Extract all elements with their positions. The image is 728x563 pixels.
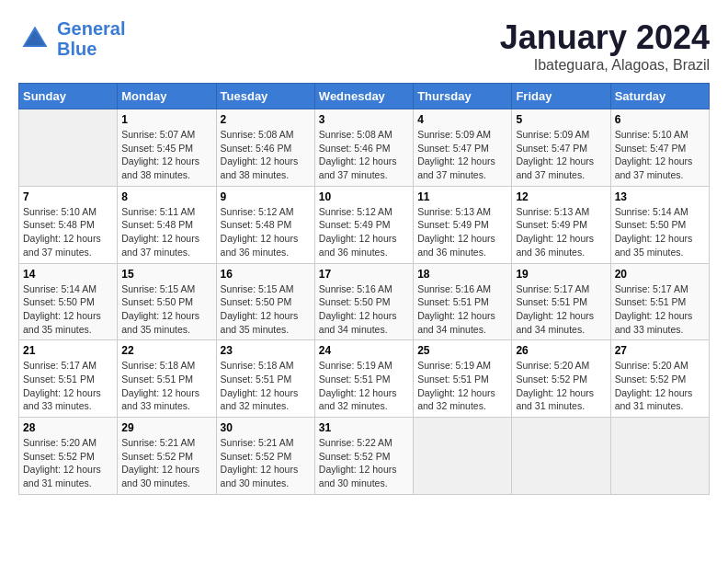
day-info: Sunrise: 5:13 AM Sunset: 5:49 PM Dayligh… bbox=[417, 205, 507, 259]
day-number: 2 bbox=[221, 113, 311, 126]
day-info: Sunrise: 5:20 AM Sunset: 5:52 PM Dayligh… bbox=[615, 359, 705, 413]
day-info: Sunrise: 5:08 AM Sunset: 5:46 PM Dayligh… bbox=[221, 128, 311, 182]
day-number: 15 bbox=[121, 268, 211, 281]
calendar-cell: 15 Sunrise: 5:15 AM Sunset: 5:50 PM Dayl… bbox=[118, 263, 216, 340]
col-saturday: Saturday bbox=[610, 84, 709, 109]
day-number: 26 bbox=[516, 344, 606, 357]
calendar-cell: 20 Sunrise: 5:17 AM Sunset: 5:51 PM Dayl… bbox=[610, 263, 709, 340]
day-info: Sunrise: 5:19 AM Sunset: 5:51 PM Dayligh… bbox=[319, 359, 409, 413]
logo-text: General Blue bbox=[57, 18, 125, 59]
calendar-cell: 26 Sunrise: 5:20 AM Sunset: 5:52 PM Dayl… bbox=[512, 340, 610, 418]
calendar-week-row: 7 Sunrise: 5:10 AM Sunset: 5:48 PM Dayli… bbox=[19, 186, 710, 263]
calendar-cell bbox=[610, 418, 709, 495]
calendar-cell: 17 Sunrise: 5:16 AM Sunset: 5:50 PM Dayl… bbox=[314, 263, 413, 340]
day-info: Sunrise: 5:08 AM Sunset: 5:46 PM Dayligh… bbox=[319, 128, 409, 182]
day-number: 18 bbox=[417, 268, 507, 281]
calendar-cell: 31 Sunrise: 5:22 AM Sunset: 5:52 PM Dayl… bbox=[314, 418, 413, 495]
day-info: Sunrise: 5:17 AM Sunset: 5:51 PM Dayligh… bbox=[615, 282, 705, 337]
day-info: Sunrise: 5:15 AM Sunset: 5:50 PM Dayligh… bbox=[221, 282, 311, 337]
day-info: Sunrise: 5:10 AM Sunset: 5:48 PM Dayligh… bbox=[23, 205, 113, 259]
day-info: Sunrise: 5:15 AM Sunset: 5:50 PM Dayligh… bbox=[121, 282, 211, 337]
day-number: 20 bbox=[615, 268, 705, 281]
day-number: 30 bbox=[221, 421, 311, 434]
col-friday: Friday bbox=[512, 84, 610, 109]
calendar-cell: 22 Sunrise: 5:18 AM Sunset: 5:51 PM Dayl… bbox=[118, 340, 216, 418]
day-number: 25 bbox=[417, 344, 507, 357]
page-header: General Blue January 2024 Ibateguara, Al… bbox=[18, 18, 710, 74]
day-number: 7 bbox=[23, 190, 113, 203]
day-info: Sunrise: 5:21 AM Sunset: 5:52 PM Dayligh… bbox=[121, 436, 211, 490]
calendar-header-row: Sunday Monday Tuesday Wednesday Thursday… bbox=[19, 84, 710, 109]
day-number: 17 bbox=[319, 268, 409, 281]
day-info: Sunrise: 5:17 AM Sunset: 5:51 PM Dayligh… bbox=[516, 282, 606, 337]
day-number: 21 bbox=[23, 344, 113, 357]
calendar-week-row: 14 Sunrise: 5:14 AM Sunset: 5:50 PM Dayl… bbox=[19, 263, 710, 340]
day-number: 28 bbox=[23, 421, 113, 434]
day-info: Sunrise: 5:18 AM Sunset: 5:51 PM Dayligh… bbox=[221, 359, 311, 413]
calendar-cell: 18 Sunrise: 5:16 AM Sunset: 5:51 PM Dayl… bbox=[414, 263, 512, 340]
calendar-cell: 23 Sunrise: 5:18 AM Sunset: 5:51 PM Dayl… bbox=[216, 340, 314, 418]
calendar-cell: 14 Sunrise: 5:14 AM Sunset: 5:50 PM Dayl… bbox=[19, 263, 118, 340]
day-number: 16 bbox=[221, 268, 311, 281]
day-number: 6 bbox=[615, 113, 705, 126]
day-number: 11 bbox=[417, 190, 507, 203]
calendar-cell: 8 Sunrise: 5:11 AM Sunset: 5:48 PM Dayli… bbox=[118, 186, 216, 263]
calendar-cell: 24 Sunrise: 5:19 AM Sunset: 5:51 PM Dayl… bbox=[314, 340, 413, 418]
day-number: 10 bbox=[319, 190, 409, 203]
day-number: 19 bbox=[516, 268, 606, 281]
calendar-cell: 3 Sunrise: 5:08 AM Sunset: 5:46 PM Dayli… bbox=[314, 109, 413, 187]
calendar-week-row: 28 Sunrise: 5:20 AM Sunset: 5:52 PM Dayl… bbox=[19, 418, 710, 495]
day-number: 14 bbox=[23, 268, 113, 281]
day-info: Sunrise: 5:20 AM Sunset: 5:52 PM Dayligh… bbox=[516, 359, 606, 413]
calendar-cell: 6 Sunrise: 5:10 AM Sunset: 5:47 PM Dayli… bbox=[610, 109, 709, 187]
calendar-cell bbox=[512, 418, 610, 495]
calendar-cell: 4 Sunrise: 5:09 AM Sunset: 5:47 PM Dayli… bbox=[414, 109, 512, 187]
day-info: Sunrise: 5:20 AM Sunset: 5:52 PM Dayligh… bbox=[23, 436, 113, 490]
calendar-cell: 30 Sunrise: 5:21 AM Sunset: 5:52 PM Dayl… bbox=[216, 418, 314, 495]
day-info: Sunrise: 5:18 AM Sunset: 5:51 PM Dayligh… bbox=[121, 359, 211, 413]
day-info: Sunrise: 5:19 AM Sunset: 5:51 PM Dayligh… bbox=[417, 359, 507, 413]
day-number: 1 bbox=[121, 113, 211, 126]
day-info: Sunrise: 5:09 AM Sunset: 5:47 PM Dayligh… bbox=[417, 128, 507, 182]
calendar-cell: 13 Sunrise: 5:14 AM Sunset: 5:50 PM Dayl… bbox=[610, 186, 709, 263]
day-number: 22 bbox=[121, 344, 211, 357]
calendar-cell bbox=[19, 109, 118, 187]
day-number: 8 bbox=[121, 190, 211, 203]
day-number: 27 bbox=[615, 344, 705, 357]
day-info: Sunrise: 5:12 AM Sunset: 5:49 PM Dayligh… bbox=[319, 205, 409, 259]
day-number: 29 bbox=[121, 421, 211, 434]
calendar-subtitle: Ibateguara, Alagoas, Brazil bbox=[500, 57, 710, 74]
col-tuesday: Tuesday bbox=[216, 84, 314, 109]
day-info: Sunrise: 5:16 AM Sunset: 5:51 PM Dayligh… bbox=[417, 282, 507, 337]
day-info: Sunrise: 5:13 AM Sunset: 5:49 PM Dayligh… bbox=[516, 205, 606, 259]
logo-icon bbox=[18, 22, 51, 55]
col-thursday: Thursday bbox=[414, 84, 512, 109]
day-info: Sunrise: 5:07 AM Sunset: 5:45 PM Dayligh… bbox=[121, 128, 211, 182]
title-block: January 2024 Ibateguara, Alagoas, Brazil bbox=[500, 18, 710, 74]
calendar-cell: 21 Sunrise: 5:17 AM Sunset: 5:51 PM Dayl… bbox=[19, 340, 118, 418]
calendar-cell: 16 Sunrise: 5:15 AM Sunset: 5:50 PM Dayl… bbox=[216, 263, 314, 340]
day-number: 5 bbox=[516, 113, 606, 126]
calendar-cell: 27 Sunrise: 5:20 AM Sunset: 5:52 PM Dayl… bbox=[610, 340, 709, 418]
day-info: Sunrise: 5:11 AM Sunset: 5:48 PM Dayligh… bbox=[121, 205, 211, 259]
day-info: Sunrise: 5:14 AM Sunset: 5:50 PM Dayligh… bbox=[615, 205, 705, 259]
day-info: Sunrise: 5:12 AM Sunset: 5:48 PM Dayligh… bbox=[221, 205, 311, 259]
calendar-cell: 10 Sunrise: 5:12 AM Sunset: 5:49 PM Dayl… bbox=[314, 186, 413, 263]
calendar-cell: 2 Sunrise: 5:08 AM Sunset: 5:46 PM Dayli… bbox=[216, 109, 314, 187]
calendar-cell: 11 Sunrise: 5:13 AM Sunset: 5:49 PM Dayl… bbox=[414, 186, 512, 263]
day-info: Sunrise: 5:17 AM Sunset: 5:51 PM Dayligh… bbox=[23, 359, 113, 413]
day-number: 3 bbox=[319, 113, 409, 126]
calendar-title: January 2024 bbox=[500, 18, 710, 57]
calendar-cell: 12 Sunrise: 5:13 AM Sunset: 5:49 PM Dayl… bbox=[512, 186, 610, 263]
day-number: 31 bbox=[319, 421, 409, 434]
col-wednesday: Wednesday bbox=[314, 84, 413, 109]
day-number: 13 bbox=[615, 190, 705, 203]
day-number: 24 bbox=[319, 344, 409, 357]
col-sunday: Sunday bbox=[19, 84, 118, 109]
calendar-cell: 29 Sunrise: 5:21 AM Sunset: 5:52 PM Dayl… bbox=[118, 418, 216, 495]
col-monday: Monday bbox=[118, 84, 216, 109]
day-info: Sunrise: 5:21 AM Sunset: 5:52 PM Dayligh… bbox=[221, 436, 311, 490]
calendar-cell: 7 Sunrise: 5:10 AM Sunset: 5:48 PM Dayli… bbox=[19, 186, 118, 263]
calendar-cell: 28 Sunrise: 5:20 AM Sunset: 5:52 PM Dayl… bbox=[19, 418, 118, 495]
calendar-table: Sunday Monday Tuesday Wednesday Thursday… bbox=[18, 83, 710, 495]
